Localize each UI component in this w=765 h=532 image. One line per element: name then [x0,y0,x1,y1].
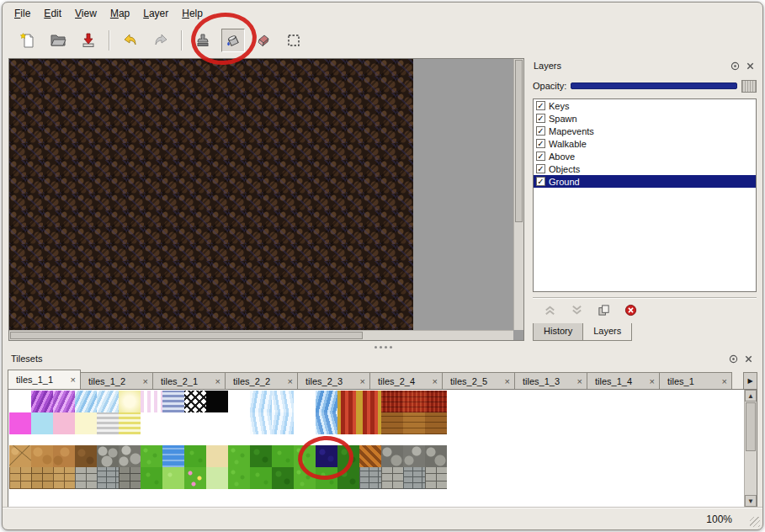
tile-white[interactable] [184,412,206,434]
layer-row-mapevents[interactable]: ✓Mapevents [534,125,756,137]
tab-close-icon[interactable]: × [722,377,727,386]
tab-scroll-right-button[interactable]: ▶ [743,372,757,390]
tile-tanbrick2[interactable] [31,467,53,489]
tab-close-icon[interactable]: × [215,377,220,386]
tileset-tab-tiles_1_3[interactable]: tiles_1_3× [514,372,587,390]
tile-darkgrass[interactable] [272,467,294,489]
scrollbar-thumb[interactable] [515,60,523,222]
tile-flower[interactable] [184,467,206,489]
tile-lavstripe[interactable] [141,391,162,412]
tile-dirt1[interactable] [31,445,53,467]
tile-graybrick2[interactable] [97,467,119,489]
tile-weave[interactable] [359,445,381,467]
open-map-button[interactable] [46,29,70,52]
tile-water2[interactable] [316,412,337,434]
menu-help[interactable]: Help [175,4,210,23]
scroll-down-arrow[interactable]: ▼ [745,495,757,507]
raise-layer-button[interactable] [541,302,558,319]
tile-darkgrass[interactable] [337,445,359,467]
tile-palegreen[interactable] [206,467,228,489]
tab-close-icon[interactable]: × [433,377,438,386]
tileset-tab-tiles_2_5[interactable]: tiles_2_5× [442,372,515,390]
tile-cobble1[interactable] [97,445,119,467]
tile-yellowstripe[interactable] [119,412,141,434]
tile-navy[interactable] [316,445,337,467]
tile-white[interactable] [206,412,228,434]
redo-button[interactable] [149,29,173,52]
tile-grass1[interactable] [228,467,250,489]
tile-grass1[interactable] [141,445,162,467]
map-canvas[interactable] [9,59,413,337]
tile-dirtcrack[interactable] [9,445,31,467]
tile-dirt2[interactable] [53,445,75,467]
new-map-button[interactable] [16,29,40,52]
tile-white[interactable] [9,391,31,412]
tile-black[interactable] [206,391,228,412]
layer-row-ground[interactable]: ✓Ground [534,175,756,188]
tile-tanbrick[interactable] [53,467,75,489]
tab-close-icon[interactable]: × [143,377,148,386]
tile-graybrick[interactable] [75,467,97,489]
opacity-slider-handle[interactable] [741,80,757,93]
tile-redcol[interactable] [359,412,381,434]
tab-close-icon[interactable]: × [505,377,510,386]
layer-row-keys[interactable]: ✓Keys [534,99,756,112]
tileset-tab-tiles_1_2[interactable]: tiles_1_2× [80,372,153,390]
tileset-tab-tiles_2_2[interactable]: tiles_2_2× [225,372,298,390]
layer-visibility-checkbox[interactable]: ✓ [536,126,545,136]
close-panel-button[interactable] [742,353,755,364]
tileset-tab-tiles_2_3[interactable]: tiles_2_3× [297,372,370,390]
tile-pink[interactable] [53,412,75,434]
dock-tab-layers[interactable]: Layers [582,323,632,341]
tab-close-icon[interactable]: × [71,375,76,384]
tile-grass2[interactable] [316,467,337,489]
tileset-tab-tiles_2_1[interactable]: tiles_2_1× [152,372,226,390]
tile-darkgrass[interactable] [337,467,359,489]
layer-row-objects[interactable]: ✓Objects [534,162,756,175]
scroll-up-arrow[interactable]: ▲ [745,390,757,402]
close-panel-button[interactable] [744,60,757,72]
layer-row-spawn[interactable]: ✓Spawn [534,112,756,125]
layer-visibility-checkbox[interactable]: ✓ [536,114,545,123]
tile-paleyellow[interactable] [119,391,141,412]
horizontal-splitter[interactable] [3,343,762,351]
lower-layer-button[interactable] [568,302,585,319]
tile-tanbrick[interactable] [9,467,31,489]
tile-ice2[interactable] [250,412,272,434]
tile-redcol[interactable] [337,391,359,412]
tile-bluestripe[interactable] [162,391,184,412]
tile-purple2[interactable] [53,391,75,412]
tile-rocks1[interactable] [381,445,403,467]
undo-button[interactable] [119,29,142,52]
tile-white[interactable] [228,391,250,412]
tile-grass2[interactable] [184,445,206,467]
tile-graystripe[interactable] [97,412,119,434]
duplicate-layer-button[interactable] [595,302,612,319]
fill-tool-button[interactable] [221,29,245,52]
dock-tab-history[interactable]: History [533,323,583,341]
tile-darkbrick[interactable] [119,467,141,489]
menu-view[interactable]: View [68,4,104,23]
tile-cream[interactable] [75,412,97,434]
eraser-tool-button[interactable] [252,29,275,52]
layer-visibility-checkbox[interactable]: ✓ [536,177,545,186]
opacity-slider[interactable] [571,82,737,89]
float-panel-button[interactable] [729,60,741,72]
tile-grass1[interactable] [294,467,316,489]
menu-edit[interactable]: Edit [37,4,68,23]
menu-file[interactable]: File [8,4,37,23]
tileset-tab-tiles_2_4[interactable]: tiles_2_4× [369,372,443,390]
float-panel-button[interactable] [727,353,740,364]
tile-rocks1[interactable] [425,445,447,467]
layer-visibility-checkbox[interactable]: ✓ [536,164,545,173]
tile-redcol[interactable] [359,391,381,412]
menu-map[interactable]: Map [104,4,136,23]
tile-water3[interactable] [162,445,184,467]
tab-close-icon[interactable]: × [577,377,582,386]
map-horizontal-scrollbar[interactable] [9,330,513,340]
layer-visibility-checkbox[interactable]: ✓ [536,152,545,161]
tile-darkdirt[interactable] [75,445,97,467]
tile-white[interactable] [141,412,162,434]
tile-ice1[interactable] [250,391,272,412]
layer-row-walkable[interactable]: ✓Walkable [534,137,756,150]
